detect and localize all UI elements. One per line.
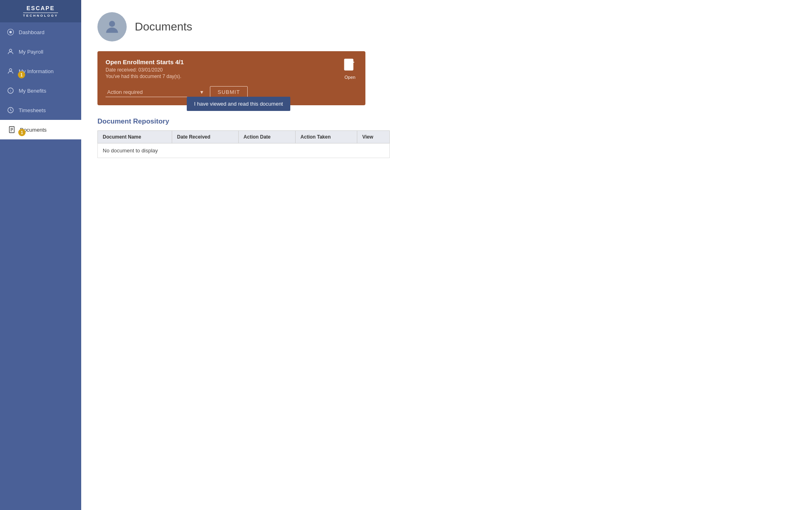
sidebar-label-timesheets: Timesheets: [19, 107, 75, 113]
action-required-select[interactable]: Action required I have viewed and read t…: [106, 87, 206, 97]
svg-text:i: i: [10, 89, 11, 93]
my-information-badge: 1: [18, 71, 25, 78]
doc-open-button[interactable]: Open: [343, 59, 357, 80]
logo-sub: TECHNOLOGY: [23, 13, 58, 18]
benefits-icon: i: [6, 87, 15, 95]
document-repository: Document Repository Document Name Date R…: [97, 117, 796, 158]
user-avatar: [97, 12, 127, 41]
time-icon: [6, 106, 15, 114]
submit-button[interactable]: SUBMIT: [210, 86, 248, 98]
app-logo: ESCAPE TECHNOLOGY: [0, 0, 81, 22]
svg-point-3: [9, 69, 12, 71]
document-icon: 1: [8, 126, 16, 134]
dashboard-icon: [6, 28, 15, 36]
col-action-taken: Action Taken: [296, 131, 357, 143]
doc-card-info: Open Enrollment Starts 4/1 Date received…: [106, 59, 343, 79]
svg-point-11: [109, 21, 115, 27]
page-header: Documents: [97, 12, 796, 41]
logo-name: ESCAPE: [26, 5, 55, 11]
sidebar-item-my-payroll[interactable]: My Payroll: [0, 42, 81, 61]
svg-point-2: [9, 49, 12, 52]
doc-card-days: You've had this document 7 day(s).: [106, 74, 343, 79]
col-view: View: [357, 131, 390, 143]
sidebar-item-timesheets[interactable]: Timesheets: [0, 100, 81, 120]
sidebar-item-my-benefits[interactable]: i My Benefits: [0, 81, 81, 100]
sidebar-label-documents: Documents: [20, 127, 75, 133]
page-title: Documents: [135, 20, 192, 33]
payroll-icon: [6, 48, 15, 56]
svg-point-1: [9, 31, 12, 33]
sidebar-item-dashboard[interactable]: Dashboard: [0, 22, 81, 42]
dropdown-tooltip: I have viewed and read this document: [187, 97, 290, 111]
sidebar-label-payroll: My Payroll: [19, 49, 75, 55]
sidebar-label-my-information: My Information: [19, 68, 75, 74]
col-document-name: Document Name: [98, 131, 172, 143]
doc-actions: Action required I have viewed and read t…: [106, 86, 357, 98]
table-header-row: Document Name Date Received Action Date …: [98, 131, 390, 143]
main-content: Documents Open Enrollment Starts 4/1 Dat…: [81, 0, 812, 510]
doc-card-title: Open Enrollment Starts 4/1: [106, 59, 343, 65]
person-icon: 1: [6, 67, 15, 75]
repository-table: Document Name Date Received Action Date …: [97, 130, 390, 158]
action-select-wrapper: Action required I have viewed and read t…: [106, 87, 206, 97]
repository-title: Document Repository: [97, 117, 796, 126]
sidebar-item-documents[interactable]: 1 Documents: [0, 120, 81, 139]
sidebar-label-my-benefits: My Benefits: [19, 88, 75, 94]
sidebar: ESCAPE TECHNOLOGY Dashboard My Payroll 1…: [0, 0, 81, 510]
doc-card-date: Date received: 03/01/2020: [106, 67, 343, 73]
documents-badge: 1: [18, 129, 26, 136]
table-row: No document to display: [98, 143, 390, 158]
sidebar-label-dashboard: Dashboard: [19, 29, 75, 35]
doc-card-header: Open Enrollment Starts 4/1 Date received…: [106, 59, 357, 80]
sidebar-item-my-information[interactable]: 1 My Information: [0, 61, 81, 81]
empty-message: No document to display: [98, 143, 390, 158]
col-action-date: Action Date: [238, 131, 295, 143]
col-date-received: Date Received: [172, 131, 239, 143]
doc-open-label: Open: [345, 75, 356, 80]
document-card: Open Enrollment Starts 4/1 Date received…: [97, 51, 365, 105]
